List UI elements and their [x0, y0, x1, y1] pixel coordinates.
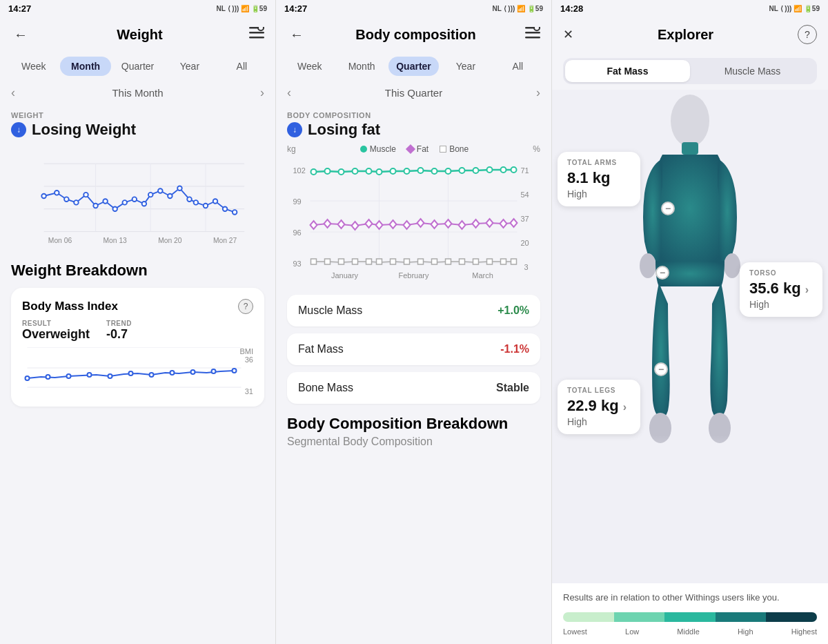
status-bar-1: 14:27 NL ⟨ ))) 📶 🔋59: [0, 0, 275, 17]
weight-trend: ↓ Losing Weight: [0, 121, 275, 144]
back-button-1[interactable]: ←: [11, 24, 30, 46]
legs-card[interactable]: TOTAL LEGS 22.9 kg › High: [558, 380, 640, 434]
tab-muscle-mass[interactable]: Muscle Mass: [690, 60, 815, 82]
trend-text-1: Losing Weight: [32, 121, 136, 139]
legend-low: Low: [625, 627, 639, 636]
svg-marker-97: [473, 219, 480, 228]
tab-week-2[interactable]: Week: [284, 57, 335, 76]
scroll-area-1[interactable]: ‹ This Month › WEIGHT ↓ Losing Weight: [0, 80, 275, 644]
svg-rect-103: [339, 259, 344, 264]
body-comp-breakdown: Body Composition Breakdown Segmental Bod…: [276, 404, 551, 465]
help-button[interactable]: ?: [798, 25, 817, 44]
svg-rect-1: [249, 32, 264, 34]
arms-status: High: [567, 188, 631, 199]
color-lowest: [563, 612, 614, 622]
tab-all-2[interactable]: All: [493, 57, 543, 76]
menu-icon-1: [249, 27, 264, 39]
tab-fat-mass[interactable]: Fat Mass: [565, 60, 690, 82]
nav-prev-1[interactable]: ‹: [11, 86, 15, 100]
svg-point-30: [223, 206, 228, 211]
status-time-3: 14:28: [560, 3, 583, 14]
legend-bone-label: Bone: [449, 144, 469, 154]
trend-icon-2: ↓: [287, 122, 302, 137]
fat-legend-diamond: [406, 144, 415, 154]
status-bar-3: 14:28 NL ⟨ ))) 📶 🔋59: [552, 0, 828, 17]
svg-rect-105: [366, 259, 372, 264]
nav-next-1[interactable]: ›: [260, 86, 264, 100]
bmi-unit: BMI: [239, 347, 253, 355]
svg-point-45: [150, 373, 154, 377]
svg-marker-88: [352, 222, 359, 230]
explorer-tabs: Fat Mass Muscle Mass: [563, 58, 817, 84]
trend-text-2: Losing fat: [308, 121, 380, 139]
page-title-3: Explorer: [582, 27, 789, 43]
svg-point-22: [148, 193, 153, 197]
legs-value: 22.9 kg ›: [567, 397, 631, 415]
svg-marker-95: [445, 219, 452, 228]
bmi-help-button[interactable]: ?: [238, 299, 253, 314]
torso-card[interactable]: TORSO 35.6 kg › High: [740, 262, 822, 317]
bmi-trend-value: -0.7: [106, 327, 132, 342]
legend-labels: Lowest Low Middle High Highest: [563, 627, 817, 636]
weight-chart-svg: Mon 06 Mon 13 Mon 20 Mon 27: [11, 144, 264, 248]
svg-rect-106: [377, 259, 382, 264]
scroll-area-2[interactable]: ‹ This Quarter › BODY COMPOSITION ↓ Losi…: [276, 80, 551, 644]
body-figure-svg: [621, 90, 759, 490]
torso-value: 35.6 kg ›: [749, 280, 813, 297]
tab-year-2[interactable]: Year: [440, 57, 491, 76]
legend-muscle: Muscle: [360, 144, 396, 154]
svg-point-82: [487, 167, 493, 173]
bmi-title: Body Mass Index: [22, 300, 118, 313]
navigator-2: ‹ This Quarter ›: [276, 80, 551, 106]
svg-marker-98: [486, 219, 493, 227]
svg-text:February: February: [398, 271, 429, 280]
close-button[interactable]: ✕: [563, 27, 573, 42]
menu-button-2[interactable]: [525, 27, 540, 43]
nav-prev-2[interactable]: ‹: [287, 86, 291, 100]
period-tabs-2: Week Month Quarter Year All: [276, 52, 551, 80]
svg-point-73: [366, 168, 372, 174]
svg-point-18: [112, 206, 117, 211]
svg-point-28: [204, 204, 208, 208]
tab-all-1[interactable]: All: [217, 57, 267, 76]
svg-point-26: [187, 197, 192, 202]
body-comp-section-label: BODY COMPOSITION: [276, 106, 551, 121]
svg-point-74: [377, 169, 382, 175]
svg-point-76: [404, 168, 410, 174]
navigator-1: ‹ This Month ›: [0, 80, 275, 106]
tab-year-1[interactable]: Year: [164, 57, 215, 76]
muscle-mass-value: +1.0%: [497, 304, 529, 317]
bmi-metrics: RESULT Overweight TREND -0.7: [22, 320, 253, 342]
tab-month-1[interactable]: Month: [60, 57, 110, 76]
bone-mass-label: Bone Mass: [298, 382, 353, 394]
legend-high: High: [738, 627, 753, 636]
back-button-2[interactable]: ←: [287, 24, 306, 46]
status-icons-1: NL ⟨ ))) 📶 🔋59: [217, 5, 267, 12]
arms-region: TOTAL ARMS: [567, 159, 631, 166]
svg-point-72: [353, 168, 358, 174]
nav-label-2: This Quarter: [385, 87, 442, 99]
legend-fat-label: Fat: [417, 144, 428, 154]
body-comp-trend: ↓ Losing fat: [276, 121, 551, 144]
svg-rect-101: [311, 259, 317, 264]
tab-month-2[interactable]: Month: [336, 57, 386, 76]
tab-quarter-2[interactable]: Quarter: [388, 57, 439, 76]
color-high: [716, 612, 767, 622]
svg-point-43: [108, 374, 112, 378]
svg-text:71: 71: [521, 166, 529, 175]
svg-rect-116: [511, 259, 517, 264]
menu-button-1[interactable]: [249, 27, 264, 43]
nav-next-2[interactable]: ›: [536, 86, 540, 100]
svg-marker-94: [431, 220, 438, 228]
svg-point-77: [418, 168, 424, 173]
comp-chart: 102 99 96 93 71 54 37 20 3: [276, 159, 551, 286]
page-title-2: Body composition: [315, 27, 517, 43]
svg-rect-102: [325, 259, 331, 264]
svg-point-3: [258, 27, 264, 30]
tab-week-1[interactable]: Week: [8, 57, 59, 76]
svg-text:Mon 13: Mon 13: [103, 237, 128, 244]
legend-highest: Highest: [791, 627, 817, 636]
color-middle: [664, 612, 716, 622]
tab-quarter-1[interactable]: Quarter: [112, 57, 163, 76]
svg-point-31: [233, 210, 237, 215]
